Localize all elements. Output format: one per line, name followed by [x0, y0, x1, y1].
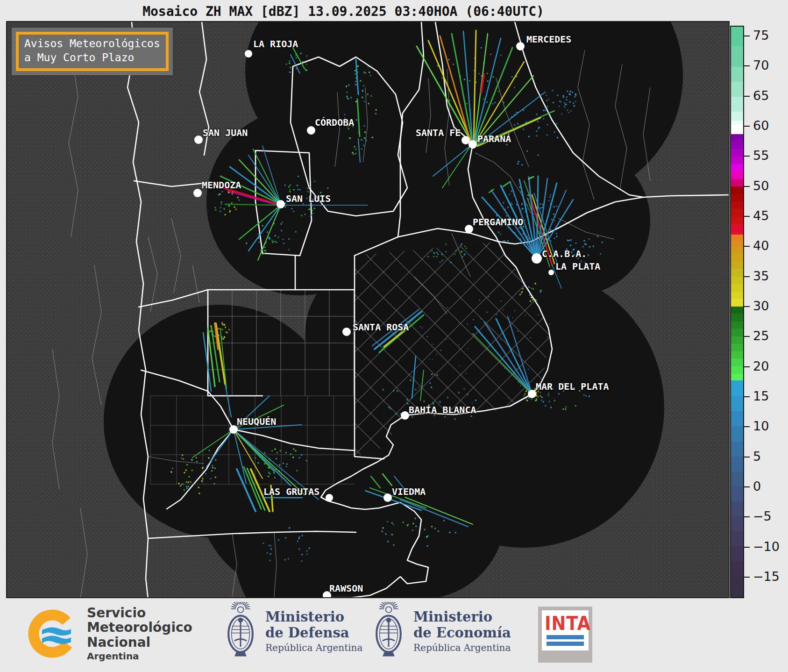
colorbar-tick — [744, 276, 750, 277]
inta-wordmark: INTA — [545, 614, 591, 633]
city-label: SAN LUIS — [286, 193, 331, 204]
colorbar-tick-label: 10 — [753, 419, 769, 434]
colorbar-tick — [744, 577, 750, 578]
colorbar-tick — [744, 426, 750, 427]
colorbar-tick-label: 70 — [753, 58, 769, 72]
colorbar-tick — [744, 36, 750, 36]
city-dot — [465, 225, 473, 233]
colorbar-tick — [744, 457, 750, 458]
colorbar-tick — [744, 156, 750, 157]
city-dot — [245, 50, 252, 57]
colorbar-tick — [744, 186, 750, 187]
colorbar-tick — [744, 126, 750, 127]
smn-logo-block: Servicio Meteorológico Nacional Argentin… — [28, 606, 192, 662]
colorbar-tick-label: 75 — [753, 28, 769, 43]
colorbar-tick-label: −5 — [753, 509, 772, 524]
smn-wordmark: Servicio Meteorológico Nacional Argentin… — [87, 606, 192, 662]
economia-logo-block: Ministerio de Economía República Argenti… — [371, 602, 511, 661]
inta-bar-1 — [547, 635, 584, 639]
city-label: PARANÁ — [477, 133, 511, 144]
colorbar-tick — [744, 547, 750, 548]
colorbar-tick-label: −15 — [753, 569, 780, 584]
city-dot — [194, 136, 203, 144]
radar-mosaic-page: Mosaico ZH MAX [dBZ] 13.09.2025 03:40HOA… — [0, 0, 788, 672]
map-layers — [7, 22, 730, 598]
city-label: C.A.B.A. — [542, 248, 587, 259]
city-dot — [516, 42, 525, 50]
warning-box-inner: Avisos Meteorológicos a Muy Corto Plazo — [16, 32, 169, 71]
colorbar-tick — [744, 306, 750, 307]
inta-bar-2 — [547, 642, 584, 646]
economia-line-3: República Argentina — [413, 642, 511, 653]
city-label: LA RIOJA — [253, 38, 298, 50]
colorbar — [730, 26, 744, 598]
colorbar-tick-label: 25 — [753, 329, 769, 343]
warning-box: Avisos Meteorológicos a Muy Corto Plazo — [12, 28, 173, 75]
colorbar-tick — [744, 366, 750, 367]
defensa-line-2: de Defensa — [265, 625, 362, 641]
colorbar-tick-label: −10 — [753, 539, 780, 554]
city-label: VIEDMA — [392, 486, 426, 497]
footer: Servicio Meteorológico Nacional Argentin… — [0, 599, 788, 672]
city-dot — [532, 253, 542, 264]
economia-line-2: de Economía — [413, 625, 511, 641]
argentina-crest-icon — [371, 602, 406, 661]
defensa-line-3: República Argentina — [265, 642, 362, 653]
inta-logo-inner: INTA — [542, 610, 589, 651]
economia-line-1: Ministerio — [413, 609, 511, 625]
city-label: MERCEDES — [526, 34, 571, 45]
defensa-wordmark: Ministerio de Defensa República Argentin… — [265, 609, 362, 653]
colorbar-tick-label: 35 — [753, 269, 769, 283]
warning-line-1: Avisos Meteorológicos — [24, 37, 160, 51]
warning-line-2: a Muy Corto Plazo — [24, 51, 160, 65]
colorbar-tick — [744, 336, 750, 337]
colorbar-tick-label: 60 — [753, 118, 769, 133]
colorbar-tick-label: 30 — [753, 299, 769, 313]
city-dot — [342, 328, 351, 336]
city-label: PERGAMINO — [473, 216, 523, 228]
colorbar-tick — [744, 246, 750, 247]
colorbar-tick-label: 45 — [753, 208, 769, 223]
defensa-logo-block: Ministerio de Defensa República Argentin… — [223, 602, 362, 661]
argentina-crest-icon — [223, 602, 258, 661]
colorbar-tick-label: 50 — [753, 179, 769, 193]
economia-wordmark: Ministerio de Economía República Argenti… — [413, 609, 511, 653]
colorbar-tick-label: 55 — [753, 148, 769, 163]
city-dot — [193, 189, 202, 197]
smn-line-2: Meteorológico — [87, 620, 192, 635]
city-label: RAWSON — [329, 583, 363, 594]
inta-logo-block: INTA — [538, 607, 592, 663]
smn-logo-icon — [28, 608, 80, 660]
smn-line-1: Servicio — [87, 606, 192, 620]
colorbar-tick-label: 0 — [753, 479, 761, 493]
city-dot — [383, 493, 392, 502]
city-dot — [548, 270, 554, 275]
colorbar-tick — [744, 396, 750, 397]
city-dot — [401, 411, 409, 420]
defensa-line-1: Ministerio — [265, 609, 362, 625]
city-dot — [528, 390, 536, 398]
coverage-circles — [104, 22, 683, 598]
page-title: Mosaico ZH MAX [dBZ] 13.09.2025 03:40HOA… — [0, 4, 687, 19]
city-label: MENDOZA — [202, 179, 241, 191]
city-label: SANTA FE — [416, 127, 461, 138]
smn-line-3: Nacional — [87, 635, 192, 650]
city-label: SAN JUAN — [203, 127, 248, 138]
colorbar-tick — [744, 216, 750, 217]
colorbar-tick-label: 65 — [753, 88, 769, 103]
city-label: SANTA ROSA — [353, 322, 409, 333]
colorbar-tick-label: 15 — [753, 389, 769, 403]
city-label: CÓRDOBA — [315, 117, 354, 128]
city-dot — [307, 126, 315, 135]
city-label: LAS GRUTAS — [263, 486, 319, 497]
colorbar-tick — [744, 516, 750, 517]
smn-line-4: Argentina — [87, 651, 192, 662]
city-label: NEUQUÉN — [237, 416, 276, 427]
city-label: LA PLATA — [555, 261, 600, 272]
colorbar-tick-label: 20 — [753, 359, 769, 373]
colorbar-tick — [744, 486, 750, 487]
colorbar-tick — [744, 96, 750, 97]
radar-map: LA RIOJAMERCEDESSAN JUANCÓRDOBASANTA FEP… — [6, 21, 730, 598]
city-dot — [469, 140, 477, 149]
colorbar-tick-label: 40 — [753, 238, 769, 253]
